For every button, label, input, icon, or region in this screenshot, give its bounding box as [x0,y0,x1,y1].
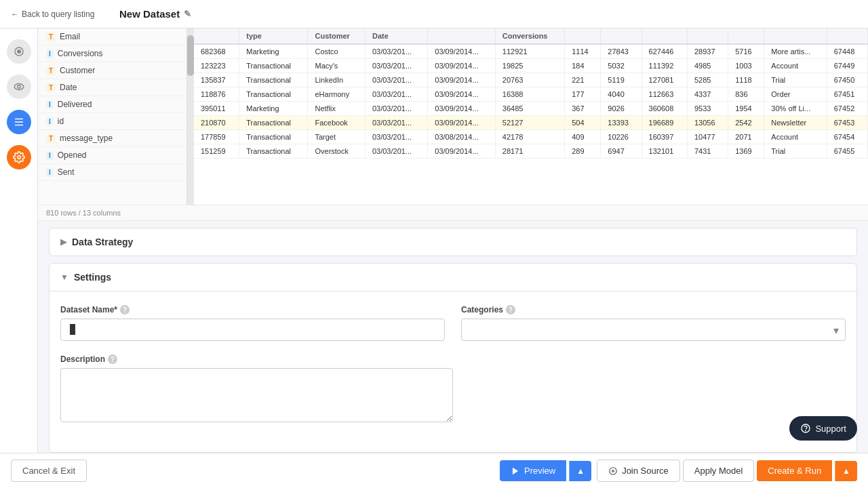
description-help-icon[interactable]: ? [108,354,117,364]
col-header-type: type [239,28,308,44]
field-type-badge: I [46,117,54,126]
table-row: 210870 Transactional Facebook 03/03/201.… [194,116,868,130]
settings-section: ▼ Settings Dataset Name* ? [49,263,857,453]
apply-model-button[interactable]: Apply Model [683,460,755,482]
settings-header[interactable]: ▼ Settings [50,264,856,291]
edit-title-icon[interactable]: ✎ [184,9,191,19]
chevron-right-icon: ▶ [60,237,66,247]
scroll-indicator [187,28,194,205]
sidebar-icon-circle[interactable] [7,39,31,64]
svg-point-7 [17,156,20,159]
col-header-col10 [728,28,764,44]
table-row: 682368 Marketing Costco 03/03/201... 03/… [194,44,868,59]
field-item-email[interactable]: T Email [38,28,186,45]
sidebar-icon-eye[interactable] [7,75,31,99]
sidebar-icon-gear[interactable] [7,145,31,169]
col-header-col6 [565,28,601,44]
top-bar: ← Back to query listing New Dataset ✎ [0,0,868,28]
col-header-date1: Date [365,28,427,44]
field-name: Email [60,32,80,41]
data-strategy-header[interactable]: ▶ Data Strategy [50,228,856,256]
form-row-1: Dataset Name* ? Categories ? [60,305,846,341]
field-type-badge: I [46,100,54,109]
dataset-name-help-icon[interactable]: ? [120,305,130,314]
field-item-conversions[interactable]: I Conversions [38,45,186,62]
back-link[interactable]: ← Back to query listing [11,9,94,19]
field-name: Customer [60,66,95,75]
field-name: Opened [58,150,87,160]
chevron-down-icon: ▼ [60,272,68,282]
field-name: message_type [60,134,113,143]
support-button[interactable]: Support [789,416,857,441]
field-type-badge: T [46,134,56,143]
field-item-delivered[interactable]: I Delivered [38,96,186,113]
cancel-exit-button[interactable]: Cancel & Exit [11,460,87,482]
field-name: id [58,117,64,126]
field-name: Conversions [58,49,103,58]
svg-point-1 [17,50,20,54]
form-group-dataset-name: Dataset Name* ? [60,305,445,341]
col-header-col12 [827,28,867,44]
form-row-2: Description ? [60,354,846,425]
table-row: 123223 Transactional Macy's 03/03/201...… [194,59,868,73]
data-table: type Customer Date Conversions [194,28,868,159]
form-group-description: Description ? [60,354,453,425]
categories-label: Categories ? [461,305,846,314]
col-header-col8 [642,28,687,44]
back-arrow-icon: ← [11,9,19,19]
table-row: 135837 Transactional LinkedIn 03/03/201.… [194,73,868,87]
field-type-badge: I [46,168,54,177]
field-type-badge: I [46,49,54,58]
field-item-sent[interactable]: I Sent [38,164,186,181]
col-header-col7 [601,28,642,44]
field-type-badge: T [46,33,56,41]
plus-circle-icon [608,466,618,476]
preview-button[interactable]: Preview [500,460,566,481]
col-header-col9 [687,28,728,44]
svg-marker-8 [513,467,518,474]
data-strategy-section: ▶ Data Strategy [49,228,857,256]
sidebar-icons [0,28,38,488]
field-item-opened[interactable]: I Opened [38,147,186,164]
dataset-name-input[interactable] [60,319,445,341]
play-icon [511,466,520,476]
categories-select[interactable] [461,319,846,341]
field-name: Sent [58,167,75,177]
support-icon [800,423,811,434]
table-row: 177859 Transactional Target 03/03/201...… [194,130,868,144]
col-header-col11 [764,28,827,44]
field-list: T Email I Conversions T Customer T Date [38,28,187,205]
table-row: 118876 Transactional eHarmony 03/03/201.… [194,87,868,102]
col-header-id [194,28,239,44]
bottom-bar: Cancel & Exit Preview ▲ Join Source Appl… [0,453,868,488]
svg-point-2 [14,84,24,90]
create-run-button[interactable]: Create & Run [757,460,832,481]
field-item-message-type[interactable]: T message_type [38,130,186,147]
svg-point-3 [17,85,20,89]
field-type-badge: T [46,66,56,75]
description-label: Description ? [60,354,453,364]
dataset-name-label: Dataset Name* ? [60,305,445,314]
description-textarea[interactable] [60,368,453,422]
bottom-left-actions: Cancel & Exit [11,460,87,482]
col-header-conversions: Conversions [495,28,564,44]
main-layout: T Email I Conversions T Customer T Date [0,28,868,488]
settings-body: Dataset Name* ? Categories ? [50,291,856,452]
join-source-button[interactable]: Join Source [597,460,680,482]
data-table-wrapper[interactable]: type Customer Date Conversions [194,28,868,205]
field-item-id[interactable]: I id [38,113,186,130]
sidebar-icon-list[interactable] [7,110,31,134]
data-preview-section: T Email I Conversions T Customer T Date [38,28,868,221]
field-type-badge: I [46,151,54,160]
form-group-categories: Categories ? [461,305,846,341]
field-item-date[interactable]: T Date [38,79,186,96]
page-title: New Dataset ✎ [119,8,191,20]
main-content: T Email I Conversions T Customer T Date [38,28,868,488]
table-row: 395011 Marketing Netflix 03/03/201... 03… [194,102,868,116]
col-header-customer: Customer [308,28,365,44]
field-type-badge: T [46,83,56,92]
field-item-customer[interactable]: T Customer [38,62,186,79]
categories-help-icon[interactable]: ? [506,305,515,314]
create-run-arrow-button[interactable]: ▲ [835,461,857,481]
preview-arrow-button[interactable]: ▲ [569,461,591,481]
